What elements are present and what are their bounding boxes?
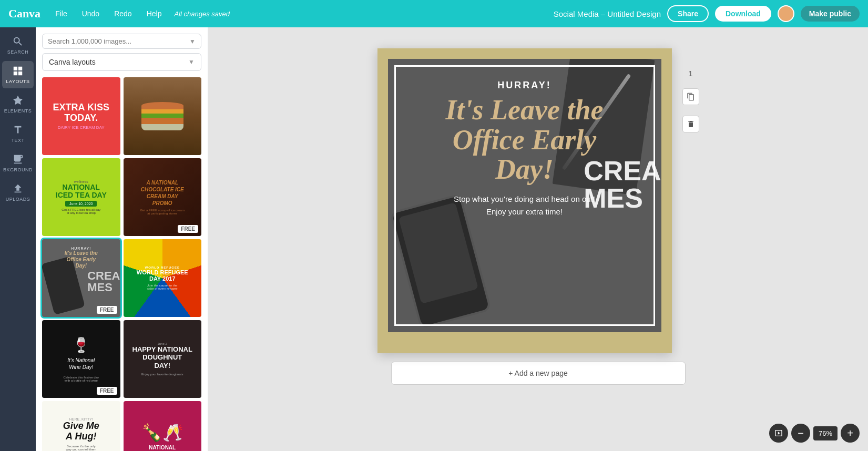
canva-logo[interactable]: Canva bbox=[8, 7, 40, 20]
layout-card-4[interactable]: A NATIONALCHOCOLATE ICECREAM DAYPROMO Ge… bbox=[124, 158, 202, 236]
canvas-scroll[interactable]: CREAMES HURRAY! It's Leave theOffice Ear… bbox=[208, 27, 868, 451]
search-chevron-icon: ▼ bbox=[189, 38, 196, 45]
card5-hurray: HURRAY! bbox=[71, 247, 91, 250]
card10-inner: 🍾🥂 NATIONALWINE DAY! bbox=[124, 401, 202, 451]
card3-title: NATIONALICED TEA DAY bbox=[56, 183, 107, 200]
layout-card-2[interactable] bbox=[124, 77, 202, 155]
card6-image: WORLD REFUGEE WORLD REFUGEEDAY 2017 Join… bbox=[124, 239, 202, 317]
sidebar-item-elements[interactable]: ELEMENTS bbox=[2, 90, 34, 118]
sidebar-item-layouts[interactable]: LAYOUTS bbox=[2, 61, 34, 88]
avatar[interactable] bbox=[778, 5, 794, 22]
sidebar-background-label: BKGROUND bbox=[3, 167, 33, 172]
layout-card-5[interactable]: CREAMES HURRAY! It's Leave theOffice Ear… bbox=[42, 239, 120, 317]
card9-sub: Because it's the onlyway you can tell th… bbox=[66, 445, 97, 451]
sidebar-layouts-label: LAYOUTS bbox=[6, 79, 30, 84]
menu-redo[interactable]: Redo bbox=[110, 7, 136, 20]
menu-help[interactable]: Help bbox=[142, 7, 166, 20]
canvas-area: CREAMES HURRAY! It's Leave theOffice Ear… bbox=[208, 27, 868, 451]
sidebar-elements-label: ELEMENTS bbox=[4, 108, 32, 114]
make-public-button[interactable]: Make public bbox=[801, 6, 860, 22]
canvas-sub-line2: Enjoy your extra time! bbox=[486, 207, 563, 216]
card2-image bbox=[124, 77, 202, 155]
canvas-sub-text: Stop what you're doing and head on out! … bbox=[388, 193, 661, 218]
card10-title: NATIONALWINE DAY! bbox=[149, 445, 176, 451]
menu-undo[interactable]: Undo bbox=[78, 7, 104, 20]
autosave-status: All changes saved bbox=[174, 10, 230, 18]
card7-badge: FREE bbox=[97, 387, 117, 395]
download-button[interactable]: Download bbox=[715, 6, 771, 22]
card4-sub: Get a FREE scoop of ice creamat particip… bbox=[140, 209, 185, 215]
search-bar: ▼ bbox=[42, 34, 201, 49]
design-title: Social Media – Untitled Design bbox=[554, 9, 661, 18]
add-page-button[interactable]: + Add a new page bbox=[391, 362, 686, 385]
layout-card-9[interactable]: HERE, KITTY! Give MeA Hug! Because it's … bbox=[42, 401, 120, 451]
card7-title: It's NationalWine Day! bbox=[67, 357, 95, 371]
zoom-level: 76% bbox=[813, 426, 838, 440]
card9-inner: HERE, KITTY! Give MeA Hug! Because it's … bbox=[42, 401, 120, 451]
layout-card-10[interactable]: 🍾🥂 NATIONALWINE DAY! FREE bbox=[124, 401, 202, 451]
zoom-out-button[interactable]: − bbox=[791, 424, 810, 443]
sidebar-item-uploads[interactable]: UPLOADS bbox=[2, 179, 34, 206]
card5-badge: FREE bbox=[97, 306, 117, 314]
sidebar-panel: ▼ Canva layouts ▼ EXTRA KISSTODAY. DAIRY… bbox=[36, 27, 208, 451]
card4-title: A NATIONALCHOCOLATE ICECREAM DAYPROMO bbox=[141, 179, 184, 207]
layout-card-6[interactable]: WORLD REFUGEE WORLD REFUGEEDAY 2017 Join… bbox=[124, 239, 202, 317]
delete-page-button[interactable] bbox=[682, 116, 699, 132]
card3-date: June 10, 2020 bbox=[65, 201, 97, 207]
sidebar-item-text[interactable]: TEXT bbox=[2, 120, 34, 147]
card7-icon: 🍷 bbox=[72, 336, 90, 354]
sidebar-item-search[interactable]: SEARCH bbox=[2, 32, 34, 59]
card1-title: EXTRA KISSTODAY. bbox=[53, 102, 109, 124]
card7-sub: Celebrate this festive daywith a bottle … bbox=[59, 376, 103, 382]
add-page-label: + Add a new page bbox=[508, 369, 568, 377]
card6-title: WORLD REFUGEEDAY 2017 bbox=[137, 269, 188, 282]
layout-dropdown-label: Canva layouts bbox=[49, 58, 96, 66]
card8-title: HAPPY NATIONALDOUGHNUTDAY! bbox=[132, 345, 192, 370]
sidebar-item-background[interactable]: BKGROUND bbox=[2, 149, 34, 177]
menu-file[interactable]: File bbox=[51, 7, 72, 20]
layout-card-3[interactable]: wellness NATIONALICED TEA DAY June 10, 2… bbox=[42, 158, 120, 236]
card7-inner: 🍷 It's NationalWine Day! Celebrate this … bbox=[42, 320, 120, 398]
page-number: 1 bbox=[689, 69, 693, 78]
canvas-main-text[interactable]: It's Leave theOffice EarlyDay! bbox=[388, 95, 661, 184]
copy-page-button[interactable] bbox=[682, 88, 699, 105]
canvas-frame[interactable]: CREAMES HURRAY! It's Leave theOffice Ear… bbox=[377, 48, 672, 353]
sidebar-uploads-label: UPLOADS bbox=[6, 197, 30, 202]
search-input[interactable] bbox=[48, 37, 189, 45]
card3-desc: Get a FREE iced tea all dayat any local … bbox=[62, 208, 100, 214]
canvas-hurray-text: HURRAY! bbox=[388, 80, 661, 91]
card9-title: Give MeA Hug! bbox=[63, 421, 99, 442]
canvas-wrapper: CREAMES HURRAY! It's Leave theOffice Ear… bbox=[377, 48, 699, 353]
card4-badge: FREE bbox=[178, 225, 198, 233]
canvas-inner: CREAMES HURRAY! It's Leave theOffice Ear… bbox=[388, 59, 661, 332]
sidebar-search-label: SEARCH bbox=[7, 49, 29, 55]
presentation-button[interactable] bbox=[769, 424, 788, 443]
dropdown-chevron-icon: ▼ bbox=[188, 58, 195, 66]
card1-subtitle: DAIRY ICE CREAM DAY bbox=[58, 125, 105, 130]
card8-inner: June 2 HAPPY NATIONALDOUGHNUTDAY! Enjoy … bbox=[124, 320, 202, 398]
canvas-sub-line1: Stop what you're doing and head on out! bbox=[454, 194, 595, 203]
layout-card-8[interactable]: June 2 HAPPY NATIONALDOUGHNUTDAY! Enjoy … bbox=[124, 320, 202, 398]
layout-dropdown[interactable]: Canva layouts ▼ bbox=[42, 53, 201, 71]
card8-sub: Enjoy your favorite doughnuts bbox=[141, 373, 183, 376]
layout-grid: EXTRA KISSTODAY. DAIRY ICE CREAM DAY wel… bbox=[36, 77, 208, 451]
layout-card-7[interactable]: 🍷 It's NationalWine Day! Celebrate this … bbox=[42, 320, 120, 398]
sidebar-text-label: TEXT bbox=[11, 138, 24, 143]
card5-title: It's Leave theOffice EarlyDay! bbox=[63, 250, 100, 269]
card6-desc: Join the cause for thesake of every refu… bbox=[147, 284, 178, 290]
canvas-side-controls: 1 bbox=[682, 48, 699, 132]
bottom-controls: − 76% + bbox=[769, 424, 860, 443]
sidebar-icons: SEARCH LAYOUTS ELEMENTS TEXT BKGROUND UP… bbox=[0, 27, 36, 451]
zoom-in-button[interactable]: + bbox=[841, 424, 860, 443]
card10-icon: 🍾🥂 bbox=[141, 423, 183, 443]
topbar: Canva File Undo Redo Help All changes sa… bbox=[0, 0, 868, 27]
layout-card-1[interactable]: EXTRA KISSTODAY. DAIRY ICE CREAM DAY bbox=[42, 77, 120, 155]
share-button[interactable]: Share bbox=[667, 5, 709, 22]
